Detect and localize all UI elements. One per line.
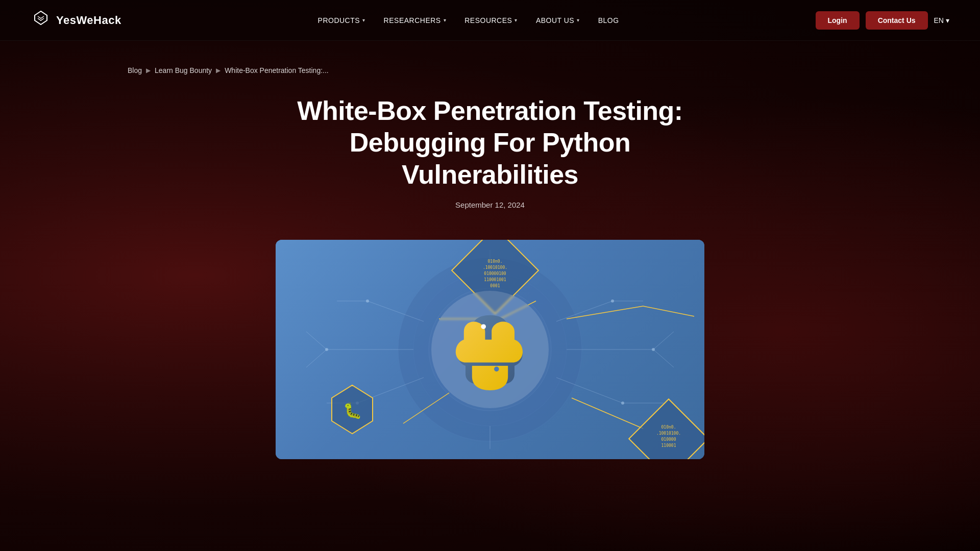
nav-item-products[interactable]: PRODUCTS ▾ bbox=[318, 16, 365, 24]
login-button[interactable]: Login bbox=[816, 11, 860, 30]
logo-icon bbox=[31, 10, 51, 31]
nav-item-blog[interactable]: BLOG bbox=[598, 16, 619, 24]
nav-link-researchers[interactable]: RESEARCHERS ▾ bbox=[384, 16, 447, 24]
article-header: White-Box Penetration Testing: Debugging… bbox=[260, 95, 720, 230]
svg-text:010n0.: 010n0. bbox=[488, 259, 503, 264]
nav-item-researchers[interactable]: RESEARCHERS ▾ bbox=[384, 16, 447, 24]
svg-point-47 bbox=[494, 367, 499, 372]
svg-point-29 bbox=[611, 299, 614, 303]
nav-actions: Login Contact Us EN ▾ bbox=[816, 11, 949, 30]
svg-text:.10010100.: .10010100. bbox=[483, 265, 507, 270]
svg-point-28 bbox=[652, 348, 655, 351]
chevron-down-icon: ▾ bbox=[362, 17, 365, 23]
breadcrumb-blog[interactable]: Blog bbox=[128, 66, 142, 74]
svg-text:110001: 110001 bbox=[662, 443, 676, 448]
chevron-down-icon: ▾ bbox=[514, 17, 518, 23]
nav-item-about[interactable]: ABOUT US ▾ bbox=[536, 16, 580, 24]
nav-menu: PRODUCTS ▾ RESEARCHERS ▾ RESOURCES ▾ ABO… bbox=[318, 16, 619, 24]
language-selector[interactable]: EN ▾ bbox=[934, 16, 949, 24]
svg-line-4 bbox=[306, 332, 327, 349]
main-content: Blog ▶ Learn Bug Bounty ▶ White-Box Pene… bbox=[0, 41, 980, 459]
svg-point-30 bbox=[621, 402, 624, 405]
chevron-down-icon: ▾ bbox=[444, 17, 447, 23]
chevron-down-icon: ▾ bbox=[577, 17, 580, 23]
logo-link[interactable]: YesWeHack bbox=[31, 10, 121, 31]
nav-item-resources[interactable]: RESOURCES ▾ bbox=[464, 16, 518, 24]
svg-point-25 bbox=[325, 348, 328, 351]
svg-text:010n0.: 010n0. bbox=[662, 425, 676, 430]
svg-text:110001001: 110001001 bbox=[484, 278, 506, 282]
svg-line-22 bbox=[643, 306, 694, 316]
svg-text:010000: 010000 bbox=[662, 437, 676, 442]
nav-link-resources[interactable]: RESOURCES ▾ bbox=[464, 16, 518, 24]
logo-text: YesWeHack bbox=[56, 14, 121, 27]
hero-image: 010n0. .10010100. 010000100 110001001 00… bbox=[276, 240, 704, 459]
svg-line-12 bbox=[653, 349, 674, 367]
nav-link-about[interactable]: ABOUT US ▾ bbox=[536, 16, 580, 24]
svg-line-5 bbox=[306, 349, 327, 367]
chevron-down-icon: ▾ bbox=[946, 16, 949, 24]
article-date: September 12, 2024 bbox=[260, 201, 720, 209]
breadcrumb: Blog ▶ Learn Bug Bounty ▶ White-Box Pene… bbox=[128, 66, 329, 74]
svg-text:010000100: 010000100 bbox=[484, 271, 506, 276]
contact-button[interactable]: Contact Us bbox=[866, 11, 928, 30]
python-logo bbox=[449, 309, 531, 390]
svg-line-24 bbox=[572, 398, 643, 429]
svg-point-46 bbox=[481, 324, 486, 330]
svg-line-21 bbox=[567, 306, 643, 319]
svg-text:.10010100.: .10010100. bbox=[656, 431, 681, 436]
nav-link-products[interactable]: PRODUCTS ▾ bbox=[318, 16, 365, 24]
nav-link-blog[interactable]: BLOG bbox=[598, 16, 619, 24]
breadcrumb-current: White-Box Penetration Testing:... bbox=[225, 66, 329, 74]
svg-point-26 bbox=[366, 299, 369, 303]
python-logo-circle bbox=[431, 291, 549, 408]
breadcrumb-learn[interactable]: Learn Bug Bounty bbox=[155, 66, 212, 74]
svg-line-11 bbox=[653, 332, 674, 349]
breadcrumb-separator: ▶ bbox=[146, 67, 151, 74]
svg-text:0001: 0001 bbox=[490, 284, 500, 288]
svg-text:🐛: 🐛 bbox=[343, 402, 362, 420]
navbar: YesWeHack PRODUCTS ▾ RESEARCHERS ▾ RESOU… bbox=[0, 0, 980, 41]
article-title: White-Box Penetration Testing: Debugging… bbox=[260, 95, 720, 190]
breadcrumb-separator: ▶ bbox=[216, 67, 220, 74]
